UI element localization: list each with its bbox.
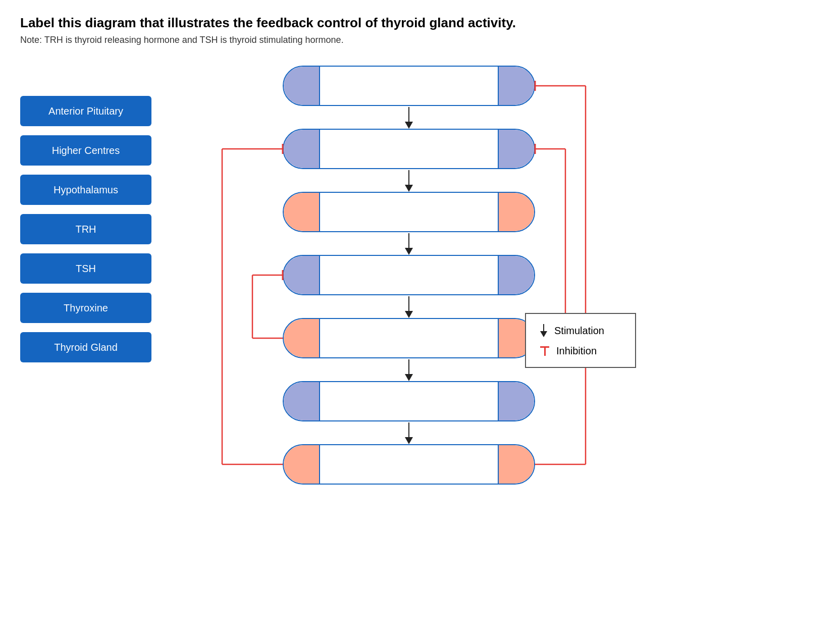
- label-hypothalamus: Hypothalamus: [20, 175, 151, 205]
- arrow-6: [405, 421, 413, 444]
- arrow-5-head: [405, 374, 413, 381]
- row-2: [283, 129, 535, 169]
- pill-1-center: [319, 67, 499, 105]
- pill-6-center: [319, 382, 499, 420]
- pill-7-left: [284, 445, 319, 484]
- row-5: [283, 318, 535, 358]
- label-tsh: TSH: [20, 253, 151, 284]
- pill-7-center: [319, 445, 499, 484]
- pill-4-right: [499, 256, 534, 294]
- label-thyroid-gland: Thyroid Gland: [20, 332, 151, 362]
- label-higher-centres: Higher Centres: [20, 135, 151, 166]
- flow-container: [182, 66, 636, 485]
- row-4: [283, 255, 535, 295]
- pill-2-right: [499, 130, 534, 168]
- arrow-3: [405, 232, 413, 255]
- pill-4-center: [319, 256, 499, 294]
- pill-1: [283, 66, 535, 106]
- arrow-3-head: [405, 248, 413, 255]
- arrow-5-line: [408, 359, 410, 374]
- pill-6: [283, 381, 535, 421]
- pill-7-right: [499, 445, 534, 484]
- arrow-4: [405, 295, 413, 318]
- arrow-1-head: [405, 122, 413, 129]
- arrow-2: [405, 169, 413, 192]
- arrow-6-line: [408, 422, 410, 437]
- arrow-2-line: [408, 170, 410, 185]
- pill-2-center: [319, 130, 499, 168]
- label-anterior-pituitary: Anterior Pituitary: [20, 96, 151, 126]
- row-1: [283, 66, 535, 106]
- label-thyroxine: Thyroxine: [20, 293, 151, 323]
- pill-4: [283, 255, 535, 295]
- subtitle: Note: TRH is thyroid releasing hormone a…: [20, 35, 820, 45]
- pill-2: [283, 129, 535, 169]
- stimulation-icon-line: [543, 324, 545, 331]
- inhibition-icon-stem: [544, 348, 546, 356]
- label-trh: TRH: [20, 214, 151, 244]
- row-3: [283, 192, 535, 232]
- arrow-2-head: [405, 185, 413, 192]
- pill-5-center: [319, 319, 499, 357]
- arrow-6-head: [405, 437, 413, 444]
- legend-stimulation: Stimulation: [540, 324, 621, 337]
- pill-5: [283, 318, 535, 358]
- pill-6-left: [284, 382, 319, 420]
- stimulation-icon: [540, 324, 547, 337]
- pill-1-left: [284, 67, 319, 105]
- diagram-area: Stimulation Inhibition: [182, 66, 636, 485]
- stimulation-label: Stimulation: [554, 325, 604, 337]
- arrow-4-head: [405, 311, 413, 318]
- pill-2-left: [284, 130, 319, 168]
- pill-7: [283, 444, 535, 485]
- pill-3-left: [284, 193, 319, 231]
- legend-box: Stimulation Inhibition: [525, 313, 636, 368]
- row-6: [283, 381, 535, 421]
- label-column: Anterior Pituitary Higher Centres Hypoth…: [20, 96, 151, 362]
- page-title: Label this diagram that illustrates the …: [20, 15, 820, 31]
- pill-5-left: [284, 319, 319, 357]
- arrow-1-line: [408, 107, 410, 122]
- legend-inhibition: Inhibition: [540, 345, 621, 357]
- stimulation-icon-head: [540, 331, 547, 337]
- pill-3-center: [319, 193, 499, 231]
- row-7: [283, 444, 535, 485]
- arrow-3-line: [408, 233, 410, 248]
- arrow-4-line: [408, 296, 410, 311]
- pill-4-left: [284, 256, 319, 294]
- pill-1-right: [499, 67, 534, 105]
- inhibition-label: Inhibition: [556, 345, 597, 357]
- pill-3: [283, 192, 535, 232]
- pill-3-right: [499, 193, 534, 231]
- arrow-5: [405, 358, 413, 381]
- arrow-1: [405, 106, 413, 129]
- inhibition-icon: [540, 346, 549, 356]
- pill-6-right: [499, 382, 534, 420]
